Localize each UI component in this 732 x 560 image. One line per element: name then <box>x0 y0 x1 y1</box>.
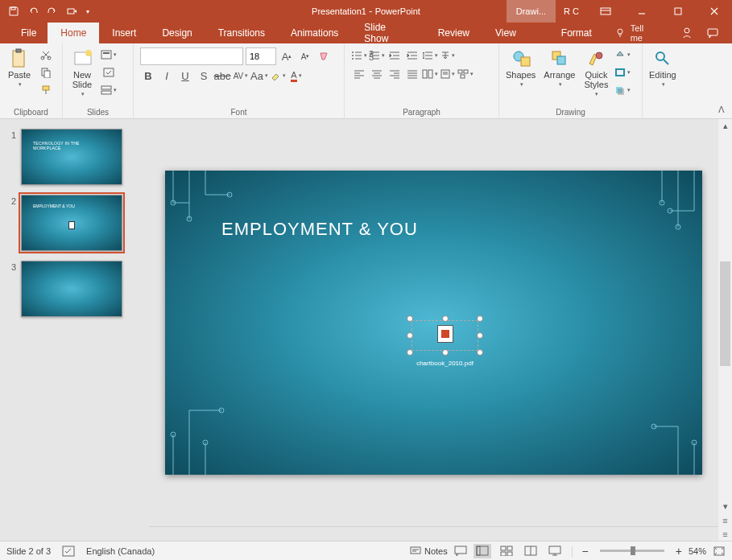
tab-file[interactable]: File <box>10 23 48 43</box>
shape-fill-icon[interactable] <box>614 46 631 63</box>
reset-slide-icon[interactable] <box>100 64 118 80</box>
thumbnail-item[interactable]: 2 EMPLOYMENT & YOU <box>8 195 143 251</box>
format-painter-icon[interactable] <box>37 81 55 98</box>
collapse-ribbon-icon[interactable]: ᐱ <box>714 102 729 117</box>
thumbnail-slide-2[interactable]: EMPLOYMENT & YOU <box>21 195 122 251</box>
normal-view-icon[interactable] <box>474 544 491 558</box>
start-from-beginning-icon[interactable] <box>63 2 81 20</box>
tab-view[interactable]: View <box>482 23 529 43</box>
scroll-up-icon[interactable]: ▴ <box>718 119 732 133</box>
language-indicator[interactable]: English (Canada) <box>86 546 155 556</box>
notes-splitter[interactable] <box>149 526 718 541</box>
embedded-object[interactable]: chartbook_2010.pdf <box>407 315 483 356</box>
slide-counter[interactable]: Slide 2 of 3 <box>6 546 51 556</box>
font-size-input[interactable] <box>246 47 276 65</box>
resize-handle[interactable] <box>477 332 483 339</box>
vertical-scrollbar[interactable]: ▴ ▾ ≡ ≡ <box>718 119 732 541</box>
thumbnail-item[interactable]: 1 TECHNOLOGY IN THE WORKPLACE <box>8 129 143 185</box>
prev-slide-icon[interactable]: ≡ <box>718 513 732 527</box>
canvas-area[interactable]: EMPLOYMENT & YOU chartbook_2010.pdf <box>149 119 718 526</box>
tab-insert[interactable]: Insert <box>99 23 149 43</box>
next-slide-icon[interactable]: ≡ <box>718 527 732 541</box>
paste-button[interactable]: Paste <box>3 46 35 91</box>
columns-icon[interactable] <box>422 66 438 82</box>
align-text-icon[interactable] <box>440 66 456 82</box>
zoom-in-icon[interactable]: + <box>676 545 682 558</box>
clear-formatting-icon[interactable] <box>316 48 332 64</box>
justify-icon[interactable] <box>404 66 420 82</box>
line-spacing-icon[interactable] <box>422 47 438 64</box>
resize-handle[interactable] <box>477 349 483 356</box>
decrease-indent-icon[interactable] <box>387 47 403 64</box>
slideshow-view-icon[interactable] <box>546 544 564 558</box>
resize-handle[interactable] <box>442 315 449 322</box>
fit-to-window-icon[interactable] <box>713 546 726 557</box>
qat-customize-icon[interactable]: ▾ <box>82 2 93 20</box>
minimize-icon[interactable] <box>623 0 660 23</box>
font-color-icon[interactable]: A <box>288 68 304 84</box>
tab-home[interactable]: Home <box>48 23 99 43</box>
cut-icon[interactable] <box>37 46 55 63</box>
editing-button[interactable]: Editing <box>646 46 680 91</box>
shape-outline-icon[interactable] <box>614 64 631 80</box>
tab-animations[interactable]: Animations <box>278 23 351 43</box>
copy-icon[interactable] <box>37 64 55 80</box>
notes-button[interactable]: Notes <box>410 546 448 556</box>
close-icon[interactable] <box>696 0 732 23</box>
share-icon[interactable] <box>680 27 693 39</box>
comments-button[interactable] <box>454 546 467 557</box>
comments-icon[interactable] <box>706 27 719 39</box>
shapes-button[interactable]: Shapes <box>502 46 539 91</box>
tab-review[interactable]: Review <box>425 23 482 43</box>
thumbnail-slide-3[interactable] <box>21 261 122 317</box>
zoom-level[interactable]: 54% <box>689 546 706 556</box>
thumbnail-slide-1[interactable]: TECHNOLOGY IN THE WORKPLACE <box>21 129 122 185</box>
strikethrough-icon[interactable]: abc <box>214 68 230 84</box>
italic-icon[interactable]: I <box>159 68 175 84</box>
underline-icon[interactable]: U <box>177 68 193 84</box>
maximize-icon[interactable] <box>660 0 696 23</box>
resize-handle[interactable] <box>407 332 413 339</box>
change-case-icon[interactable]: Aa <box>251 68 267 84</box>
font-name-input[interactable] <box>140 47 243 65</box>
resize-handle[interactable] <box>407 349 413 356</box>
new-slide-button[interactable]: New Slide <box>66 46 98 101</box>
numbering-icon[interactable]: 123 <box>369 47 385 64</box>
resize-handle[interactable] <box>442 349 449 356</box>
zoom-slider-thumb[interactable] <box>631 546 635 555</box>
shadow-icon[interactable]: S <box>196 68 212 84</box>
highlight-icon[interactable] <box>270 68 286 84</box>
resize-handle[interactable] <box>477 315 483 322</box>
align-center-icon[interactable] <box>369 66 385 82</box>
zoom-slider[interactable] <box>600 550 664 552</box>
align-right-icon[interactable] <box>387 66 403 82</box>
bold-icon[interactable]: B <box>140 68 156 84</box>
ribbon-options-icon[interactable] <box>587 0 623 23</box>
arrange-button[interactable]: Arrange <box>540 46 578 91</box>
tab-design[interactable]: Design <box>149 23 205 43</box>
current-slide[interactable]: EMPLOYMENT & YOU chartbook_2010.pdf <box>165 171 702 475</box>
spellcheck-icon[interactable] <box>62 546 75 557</box>
tab-format[interactable]: Format <box>548 23 605 43</box>
section-icon[interactable] <box>100 81 118 98</box>
slide-title[interactable]: EMPLOYMENT & YOU <box>221 219 418 240</box>
undo-icon[interactable] <box>24 2 42 20</box>
user-initials[interactable]: R C <box>556 6 587 16</box>
save-icon[interactable] <box>5 2 23 20</box>
zoom-out-icon[interactable]: − <box>582 545 589 558</box>
tellme-search[interactable]: Tell me <box>605 23 668 43</box>
shrink-font-icon[interactable]: A▾ <box>297 48 313 64</box>
smartart-icon[interactable] <box>457 66 474 82</box>
layout-icon[interactable] <box>100 46 118 63</box>
shape-effects-icon[interactable] <box>614 81 631 98</box>
char-spacing-icon[interactable]: AV <box>233 68 249 84</box>
redo-icon[interactable] <box>43 2 61 20</box>
scroll-down-icon[interactable]: ▾ <box>718 500 732 513</box>
bullets-icon[interactable] <box>351 47 367 64</box>
resize-handle[interactable] <box>407 315 413 322</box>
tab-slideshow[interactable]: Slide Show <box>351 23 424 43</box>
reading-view-icon[interactable] <box>522 544 540 558</box>
tab-transitions[interactable]: Transitions <box>205 23 278 43</box>
text-direction-icon[interactable] <box>440 47 456 64</box>
scroll-track[interactable] <box>718 133 732 500</box>
